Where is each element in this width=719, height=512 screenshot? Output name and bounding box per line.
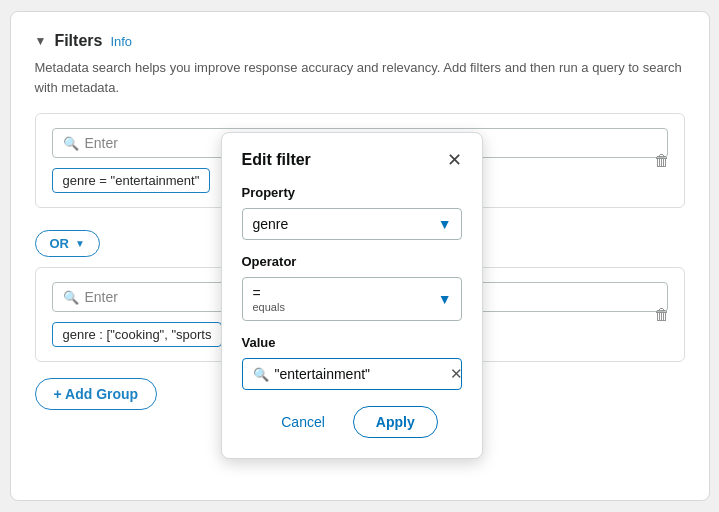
- operator-label: Operator: [242, 254, 462, 269]
- property-label: Property: [242, 185, 462, 200]
- main-card: ▼ Filters Info Metadata search helps you…: [10, 11, 710, 501]
- operator-sub-text: equals: [253, 301, 451, 313]
- dialog-title: Edit filter: [242, 151, 311, 169]
- value-clear-icon[interactable]: ✕: [450, 365, 463, 383]
- property-select[interactable]: genre: [242, 208, 462, 240]
- dialog-header: Edit filter ✕: [242, 151, 462, 169]
- value-search-row[interactable]: 🔍 ✕: [242, 358, 462, 390]
- value-label: Value: [242, 335, 462, 350]
- operator-select-wrapper[interactable]: = equals ▼: [242, 277, 462, 321]
- operator-display[interactable]: = equals: [242, 277, 462, 321]
- cancel-button[interactable]: Cancel: [265, 406, 341, 438]
- property-select-wrapper: genre ▼: [242, 208, 462, 240]
- operator-main-text: =: [253, 285, 451, 301]
- dialog-close-button[interactable]: ✕: [447, 151, 462, 169]
- value-section: Value 🔍 ✕: [242, 335, 462, 390]
- operator-section: Operator = equals ▼: [242, 254, 462, 321]
- property-section: Property genre ▼: [242, 185, 462, 240]
- value-search-input[interactable]: [275, 366, 450, 382]
- value-search-icon: 🔍: [253, 367, 269, 382]
- edit-filter-dialog: Edit filter ✕ Property genre ▼ Operator …: [221, 132, 483, 459]
- dialog-footer: Cancel Apply: [242, 406, 462, 438]
- operator-chevron-icon: ▼: [438, 291, 452, 307]
- apply-button[interactable]: Apply: [353, 406, 438, 438]
